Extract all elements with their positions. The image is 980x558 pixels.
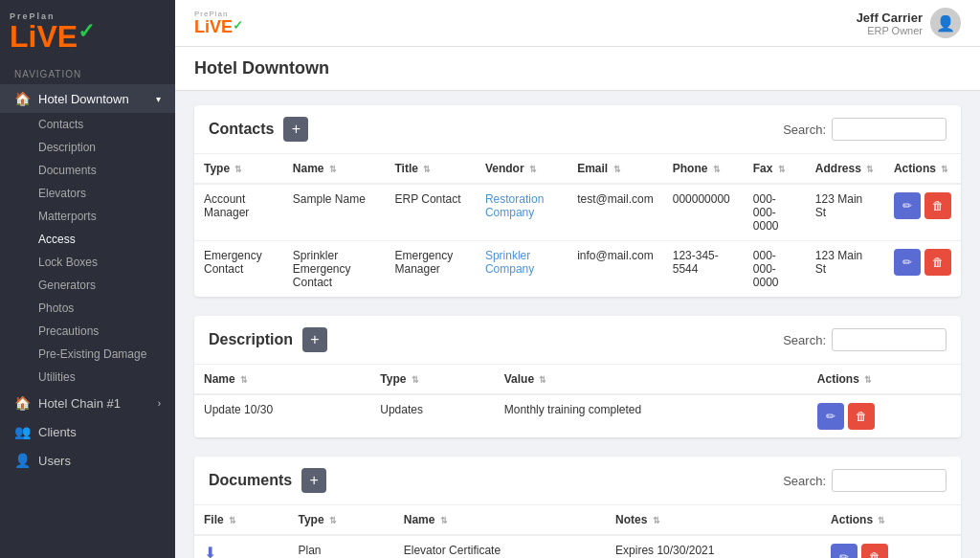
sub-nav-utilities[interactable]: Utilities <box>0 366 175 389</box>
brand-ve-text: VE <box>36 21 78 52</box>
desc-edit-button-1[interactable]: ✏ <box>817 403 844 430</box>
table-row: ⬇ Plan Elevator Certificate Expires 10/3… <box>194 535 961 558</box>
topbar-checkmark-icon: ✓ <box>233 19 243 32</box>
sub-nav-contacts[interactable]: Contacts <box>0 113 175 136</box>
sort-icon-address: ⇅ <box>866 165 874 174</box>
sidebar-item-users[interactable]: 👤 Users <box>0 446 175 475</box>
documents-table: File ⇅ Type ⇅ Name ⇅ Notes ⇅ Actions ⇅ ⬇… <box>194 505 961 558</box>
sort-icon-doc-type: ⇅ <box>329 516 337 525</box>
contact-vendor-1[interactable]: Restoration Company <box>476 184 568 241</box>
contacts-search-label: Search: <box>783 123 826 137</box>
sub-nav-documents[interactable]: Documents <box>0 159 175 182</box>
sub-nav-access[interactable]: Access <box>0 228 175 251</box>
col-email: Email ⇅ <box>568 154 663 184</box>
sidebar-item-hotel-chain[interactable]: 🏠 Hotel Chain #1 › <box>0 389 175 417</box>
col-type: Type ⇅ <box>194 154 283 184</box>
sub-nav-description[interactable]: Description <box>0 136 175 159</box>
doc-col-name: Name ⇅ <box>394 505 606 535</box>
doc-col-actions: Actions ⇅ <box>821 505 961 535</box>
sub-nav-photos[interactable]: Photos <box>0 297 175 320</box>
sub-nav-precautions[interactable]: Precautions <box>0 320 175 343</box>
contact-type-2: Emergency Contact <box>194 241 283 298</box>
contact-vendor-2[interactable]: Sprinkler Company <box>476 241 568 298</box>
desc-col-value: Value ⇅ <box>495 365 808 394</box>
documents-section: Documents + Search: File ⇅ Type ⇅ Name ⇅… <box>194 457 961 558</box>
sort-icon-actions: ⇅ <box>941 165 948 174</box>
contact-title-1: ERP Contact <box>385 184 475 241</box>
clients-icon: 👥 <box>14 424 31 439</box>
nav-section-label: NAVIGATION <box>0 59 175 84</box>
sort-icon-type: ⇅ <box>234 165 242 174</box>
chevron-right-icon: › <box>158 398 161 409</box>
desc-name-1: Update 10/30 <box>194 394 370 437</box>
desc-type-1: Updates <box>370 394 495 437</box>
doc-edit-button-1[interactable]: ✏ <box>831 544 858 558</box>
avatar: 👤 <box>930 8 961 38</box>
sidebar-item-hotel-downtown-label: Hotel Downtown <box>38 92 129 106</box>
sort-icon-fax: ⇅ <box>778 165 786 174</box>
sub-nav-elevators[interactable]: Elevators <box>0 182 175 205</box>
home-icon: 🏠 <box>14 91 31 106</box>
sidebar-item-clients[interactable]: 👥 Clients <box>0 417 175 446</box>
page-title: Hotel Downtown <box>194 58 961 78</box>
topbar-live-li: Li <box>194 18 210 35</box>
desc-actions-1: ✏ 🗑 <box>808 394 961 437</box>
contacts-add-button[interactable]: + <box>283 117 308 142</box>
doc-delete-button-1[interactable]: 🗑 <box>861 544 888 558</box>
documents-search-label: Search: <box>783 474 826 488</box>
table-row: Emergency Contact Sprinkler Emergency Co… <box>194 241 961 298</box>
contact-email-2: info@mail.com <box>568 241 663 298</box>
sort-icon-vendor: ⇅ <box>529 165 537 174</box>
sort-icon-desc-actions: ⇅ <box>864 375 872 385</box>
doc-col-notes: Notes ⇅ <box>606 505 821 535</box>
doc-file-1[interactable]: ⬇ <box>194 535 289 558</box>
col-phone: Phone ⇅ <box>663 154 744 184</box>
contact-title-2: Emergency Manager <box>385 241 475 298</box>
sub-nav-matterports[interactable]: Matterports <box>0 205 175 228</box>
contacts-section: Contacts + Search: Type ⇅ Name ⇅ Title ⇅… <box>194 105 961 297</box>
contact-address-1: 123 Main St <box>806 184 884 241</box>
sub-nav-generators[interactable]: Generators <box>0 274 175 297</box>
contacts-table: Type ⇅ Name ⇅ Title ⇅ Vendor ⇅ Email ⇅ P… <box>194 154 961 297</box>
sort-icon-name: ⇅ <box>329 165 337 174</box>
topbar-logo: PrePlan Li VE ✓ <box>194 11 243 35</box>
contact-edit-button-2[interactable]: ✏ <box>894 249 921 276</box>
col-actions: Actions ⇅ <box>884 154 961 184</box>
table-row: Update 10/30 Updates Monthly training co… <box>194 394 961 437</box>
sub-nav-lockboxes[interactable]: Lock Boxes <box>0 251 175 274</box>
chevron-down-icon: ▾ <box>156 94 161 104</box>
contacts-search-input[interactable] <box>832 118 947 141</box>
contact-delete-button-2[interactable]: 🗑 <box>924 249 951 276</box>
brand-live-text: Li <box>10 21 36 52</box>
sort-icon-phone: ⇅ <box>713 165 721 174</box>
desc-delete-button-1[interactable]: 🗑 <box>848 403 875 430</box>
content-area: Contacts + Search: Type ⇅ Name ⇅ Title ⇅… <box>175 91 980 558</box>
description-section-title: Description <box>209 331 293 348</box>
sidebar-item-hotel-chain-label: Hotel Chain #1 <box>38 396 121 411</box>
sub-nav-pre-existing-damage[interactable]: Pre-Existing Damage <box>0 343 175 366</box>
users-icon: 👤 <box>14 453 31 468</box>
sort-icon-doc-file: ⇅ <box>229 516 236 525</box>
contact-phone-1: 000000000 <box>663 184 744 241</box>
contact-fax-2: 000-000-0000 <box>744 241 806 298</box>
sort-icon-doc-actions: ⇅ <box>878 516 885 525</box>
doc-notes-1: Expires 10/30/2021 <box>606 535 821 558</box>
contact-edit-button-1[interactable]: ✏ <box>894 192 921 219</box>
description-table: Name ⇅ Type ⇅ Value ⇅ Actions ⇅ Update 1… <box>194 365 961 437</box>
home-icon-2: 🏠 <box>14 395 31 411</box>
description-add-button[interactable]: + <box>302 327 327 352</box>
contact-address-2: 123 Main St <box>806 241 884 298</box>
description-search-input[interactable] <box>832 328 947 351</box>
table-row: Account Manager Sample Name ERP Contact … <box>194 184 961 241</box>
download-icon[interactable]: ⬇ <box>204 545 216 558</box>
description-search-label: Search: <box>783 333 826 347</box>
col-vendor: Vendor ⇅ <box>476 154 568 184</box>
documents-search-input[interactable] <box>832 469 947 492</box>
user-name: Jeff Carrier <box>857 11 923 25</box>
sidebar-item-hotel-downtown[interactable]: 🏠 Hotel Downtown ▾ <box>0 84 175 113</box>
documents-section-title: Documents <box>209 472 292 489</box>
documents-add-button[interactable]: + <box>301 468 326 493</box>
contact-delete-button-1[interactable]: 🗑 <box>924 192 951 219</box>
contact-phone-2: 123-345-5544 <box>663 241 744 298</box>
sidebar-logo: PrePlan Li VE ✓ <box>0 0 175 59</box>
